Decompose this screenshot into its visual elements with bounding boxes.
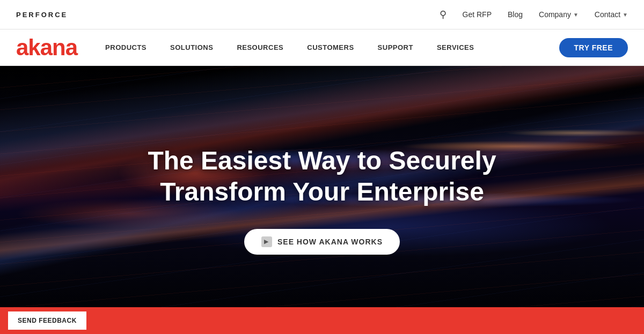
top-bar: PERFORCE ⚲ Get RFP Blog Company ▼ Contac… — [0, 0, 644, 29]
nav-products[interactable]: PRODUCTS — [93, 29, 158, 66]
main-nav-links: PRODUCTS SOLUTIONS RESOURCES CUSTOMERS S… — [93, 29, 628, 66]
hero-content: The Easiest Way to Securely Transform Yo… — [148, 145, 496, 254]
blog-link[interactable]: Blog — [508, 10, 523, 19]
feedback-bar: SEND FEEDBACK — [0, 307, 644, 334]
get-rfp-link[interactable]: Get RFP — [463, 10, 492, 19]
play-icon: ▶ — [261, 236, 272, 247]
hero-title: The Easiest Way to Securely Transform Yo… — [148, 145, 496, 207]
akana-logo[interactable]: akana — [16, 35, 77, 61]
see-how-button[interactable]: ▶ SEE HOW AKANA WORKS — [244, 229, 400, 255]
company-dropdown[interactable]: Company ▼ — [539, 10, 579, 19]
hero-section: The Easiest Way to Securely Transform Yo… — [0, 66, 644, 334]
chevron-down-icon: ▼ — [573, 12, 579, 18]
akana-brand-text: akana — [16, 35, 77, 61]
search-icon[interactable]: ⚲ — [440, 9, 447, 20]
nav-solutions[interactable]: SOLUTIONS — [158, 29, 225, 66]
chevron-down-icon: ▼ — [623, 12, 628, 18]
top-nav: ⚲ Get RFP Blog Company ▼ Contact ▼ — [440, 9, 628, 20]
perforce-logo: PERFORCE — [16, 11, 68, 19]
nav-resources[interactable]: RESOURCES — [225, 29, 295, 66]
contact-dropdown[interactable]: Contact ▼ — [595, 10, 628, 19]
send-feedback-button[interactable]: SEND FEEDBACK — [8, 311, 86, 330]
try-free-button[interactable]: TRY FREE — [559, 38, 628, 57]
main-nav: akana PRODUCTS SOLUTIONS RESOURCES CUSTO… — [0, 29, 644, 66]
nav-support[interactable]: SUPPORT — [366, 29, 425, 66]
nav-customers[interactable]: CUSTOMERS — [295, 29, 365, 66]
nav-services[interactable]: SERVICES — [425, 29, 486, 66]
